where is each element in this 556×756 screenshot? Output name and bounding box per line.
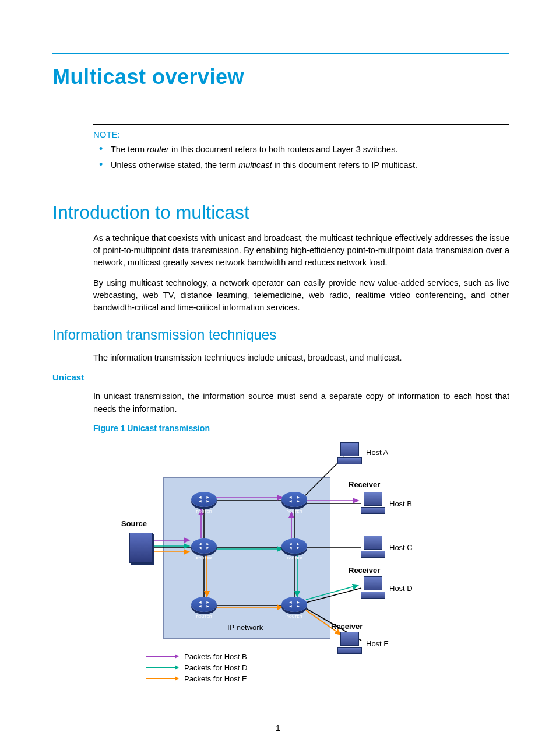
legend: Packets for Host B Packets for Host D Pa…: [146, 652, 247, 685]
ip-network-label: IP network: [227, 623, 263, 632]
section-techniques-heading: Information transmission techniques: [52, 327, 509, 343]
host-icon: [360, 492, 386, 514]
router-icon: ROUTER: [191, 597, 217, 617]
note-item-2: Unless otherwise stated, the term multic…: [107, 159, 509, 172]
receiver-label-e: Receiver: [331, 622, 363, 631]
router-text: ROUTER: [191, 556, 217, 560]
unicast-heading: Unicast: [52, 372, 509, 382]
intro-p2: By using multicast technology, a network…: [93, 277, 509, 314]
host-a-label: Host A: [366, 448, 388, 457]
router-text: ROUTER: [281, 556, 307, 560]
legend-d-text: Packets for Host D: [184, 663, 247, 672]
host-icon: [337, 632, 363, 654]
note-bottom-rule: [93, 177, 509, 177]
note-1-em: router: [147, 145, 169, 154]
router-icon: ROUTER: [281, 538, 307, 558]
intro-p1: As a technique that coexists with unicas…: [93, 232, 509, 269]
techniques-p1: The information transmission techniques …: [93, 352, 509, 364]
note-2-em: multicast: [238, 160, 272, 170]
note-1-pre: The term: [111, 145, 147, 154]
legend-b-text: Packets for Host B: [184, 652, 247, 661]
legend-arrow-teal-icon: [146, 667, 178, 668]
host-e-label: Host E: [366, 639, 389, 648]
host-b-label: Host B: [389, 499, 412, 508]
top-rule: [52, 52, 509, 54]
note-2-pre: Unless otherwise stated, the term: [111, 160, 238, 170]
legend-row-d: Packets for Host D: [146, 663, 247, 672]
host-icon: [360, 576, 386, 598]
legend-arrow-orange-icon: [146, 678, 178, 679]
note-list: The term router in this document refers …: [93, 143, 509, 172]
page-number: 1: [0, 723, 556, 733]
router-icon: ROUTER: [191, 492, 217, 512]
legend-arrow-purple-icon: [146, 656, 178, 657]
router-text: ROUTER: [191, 510, 217, 513]
router-icon: ROUTER: [191, 538, 217, 558]
legend-e-text: Packets for Host E: [184, 674, 247, 683]
page-title: Multicast overview: [52, 65, 509, 89]
router-text: ROUTER: [191, 615, 217, 618]
router-icon: ROUTER: [281, 492, 307, 512]
unicast-diagram: Source ROUTER ROUTER ROUTER ROUTER ROUTE…: [111, 436, 437, 705]
host-d-label: Host D: [389, 584, 413, 593]
router-icon: ROUTER: [281, 597, 307, 617]
router-text: ROUTER: [281, 615, 307, 618]
note-top-rule: [93, 124, 509, 125]
note-item-1: The term router in this document refers …: [107, 143, 509, 156]
host-icon: [337, 442, 363, 464]
receiver-label-d: Receiver: [349, 566, 380, 575]
host-icon: [360, 536, 386, 558]
receiver-label-b: Receiver: [349, 480, 380, 489]
host-c-label: Host C: [389, 543, 413, 552]
figure-caption: Figure 1 Unicast transmission: [93, 424, 509, 433]
source-label: Source: [121, 519, 147, 528]
source-server-icon: [129, 533, 153, 563]
note-2-post: in this document refers to IP multicast.: [272, 160, 417, 170]
section-intro-heading: Introduction to multicast: [52, 202, 509, 223]
legend-row-b: Packets for Host B: [146, 652, 247, 661]
legend-row-e: Packets for Host E: [146, 674, 247, 683]
note-label: NOTE:: [93, 130, 509, 139]
router-text: ROUTER: [281, 510, 307, 513]
unicast-p1: In unicast transmission, the information…: [93, 390, 509, 415]
note-1-post: in this document refers to both routers …: [169, 145, 398, 154]
